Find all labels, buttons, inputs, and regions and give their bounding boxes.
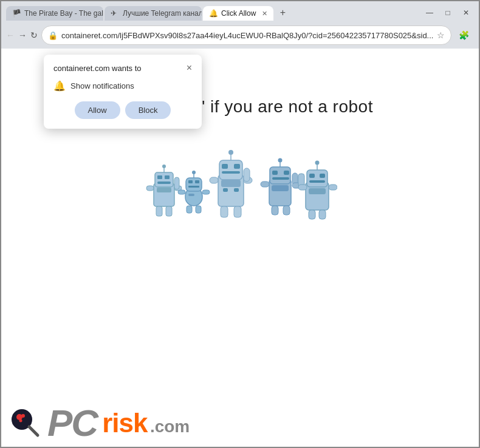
svg-rect-35: [221, 206, 228, 217]
svg-rect-62: [319, 210, 326, 219]
minimize-button[interactable]: —: [422, 7, 437, 19]
svg-rect-33: [223, 188, 228, 192]
refresh-icon: ↻: [30, 30, 38, 40]
refresh-button[interactable]: ↻: [30, 27, 38, 44]
svg-rect-64: [298, 185, 307, 190]
svg-rect-37: [210, 177, 218, 183]
svg-rect-21: [187, 206, 192, 213]
svg-rect-29: [222, 164, 228, 169]
svg-rect-59: [309, 180, 325, 183]
tab-2[interactable]: ✈ Лучшие Telegram каналы | ТО... ✕: [105, 6, 202, 21]
svg-point-68: [21, 414, 25, 418]
svg-rect-18: [195, 180, 199, 183]
svg-rect-5: [165, 175, 170, 179]
magnifier-icon: [10, 407, 41, 439]
svg-rect-44: [272, 171, 278, 175]
address-bar[interactable]: 🔒 containeret.com/lj5FBdWPXsv90l8s27aa44…: [41, 25, 451, 45]
toolbar-icons: 🧩 👤 ⋮: [455, 27, 480, 44]
extensions-icon: 🧩: [459, 30, 469, 40]
svg-rect-46: [272, 177, 289, 180]
svg-rect-23: [178, 190, 185, 194]
tab-1-label: The Pirate Bay - The galaxy's m...: [24, 9, 103, 18]
svg-rect-49: [283, 206, 290, 215]
notification-popup: containeret.com wants to × 🔔 Show notifi…: [44, 55, 202, 129]
svg-rect-36: [234, 206, 241, 217]
browser-chrome: 🏴 The Pirate Bay - The galaxy's m... ✕ ✈…: [1, 1, 479, 49]
svg-point-56: [315, 161, 320, 165]
block-button[interactable]: Block: [125, 101, 171, 119]
tab-1[interactable]: 🏴 The Pirate Bay - The galaxy's m... ✕: [6, 6, 103, 21]
profile-button[interactable]: 👤: [475, 27, 480, 44]
svg-rect-6: [157, 182, 171, 184]
address-text: containeret.com/lj5FBdWPXsv90l8s27aa44ie…: [61, 31, 433, 40]
forward-icon: →: [18, 30, 27, 40]
tab-2-label: Лучшие Telegram каналы | ТО...: [123, 9, 202, 18]
risk-com: risk .com: [102, 410, 190, 436]
forward-button[interactable]: →: [18, 27, 27, 44]
svg-rect-57: [309, 174, 315, 178]
tab-2-favicon: ✈: [111, 9, 119, 18]
svg-rect-47: [272, 185, 289, 191]
svg-rect-26: [219, 160, 242, 180]
svg-rect-20: [188, 194, 194, 196]
svg-rect-50: [261, 182, 269, 187]
svg-rect-24: [202, 190, 210, 194]
svg-rect-31: [222, 171, 240, 174]
tab-1-favicon: 🏴: [12, 9, 21, 18]
back-button[interactable]: ←: [6, 27, 15, 44]
svg-rect-14: [186, 178, 202, 191]
svg-rect-65: [329, 185, 337, 190]
extensions-button[interactable]: 🧩: [455, 27, 472, 44]
svg-rect-4: [157, 175, 162, 179]
svg-rect-19: [188, 186, 199, 188]
bookmark-icon[interactable]: ☆: [437, 30, 445, 40]
bell-icon: 🔔: [53, 80, 66, 92]
svg-point-3: [162, 165, 166, 168]
svg-rect-58: [320, 174, 325, 178]
robot-illustration: [143, 135, 337, 232]
footer-watermark: PC risk .com: [1, 398, 479, 448]
toolbar: ← → ↻ 🔒 containeret.com/lj5FBdWPXsv90l8s…: [1, 23, 479, 49]
back-icon: ←: [6, 30, 15, 40]
svg-rect-30: [234, 164, 240, 169]
tabs-area: 🏴 The Pirate Bay - The galaxy's m... ✕ ✈…: [6, 5, 422, 21]
lock-icon: 🔒: [48, 31, 58, 40]
svg-rect-22: [196, 206, 201, 213]
permission-text: Show notifications: [70, 81, 134, 90]
risk-text: risk: [102, 408, 147, 438]
pcrisk-logo: PC risk .com: [47, 404, 190, 442]
close-button[interactable]: ✕: [458, 7, 474, 19]
svg-rect-8: [156, 206, 162, 216]
svg-rect-61: [309, 210, 315, 219]
popup-buttons: Allow Block: [53, 101, 192, 119]
popup-title: containeret.com wants to: [53, 64, 142, 73]
tab-3[interactable]: 🔔 Click Allow ✕: [203, 6, 273, 21]
svg-rect-41: [270, 167, 290, 184]
maximize-button[interactable]: □: [440, 7, 456, 19]
tab-3-close[interactable]: ✕: [262, 10, 267, 18]
new-tab-button[interactable]: +: [275, 5, 290, 21]
pc-text: PC: [47, 404, 97, 442]
svg-line-70: [29, 427, 38, 435]
svg-rect-48: [272, 206, 278, 215]
popup-permission: 🔔 Show notifications: [53, 80, 192, 92]
svg-rect-34: [234, 188, 239, 192]
title-bar: 🏴 The Pirate Bay - The galaxy's m... ✕ ✈…: [1, 1, 479, 23]
allow-button[interactable]: Allow: [75, 101, 120, 119]
svg-rect-32: [221, 180, 241, 187]
popup-header: containeret.com wants to ×: [53, 63, 192, 73]
svg-rect-60: [309, 188, 326, 194]
tab-3-label: Click Allow: [221, 9, 256, 18]
window-controls: — □ ✕: [422, 7, 474, 19]
browser-content: containeret.com wants to × 🔔 Show notifi…: [1, 49, 479, 448]
svg-rect-7: [157, 188, 171, 192]
popup-close-button[interactable]: ×: [187, 63, 192, 73]
svg-rect-39: [244, 168, 250, 182]
dot-com-text: .com: [150, 417, 190, 436]
svg-point-43: [278, 158, 283, 163]
svg-point-69: [19, 419, 22, 423]
svg-rect-12: [174, 177, 179, 189]
svg-rect-45: [284, 171, 289, 175]
svg-point-28: [228, 150, 233, 155]
svg-rect-10: [146, 186, 154, 191]
